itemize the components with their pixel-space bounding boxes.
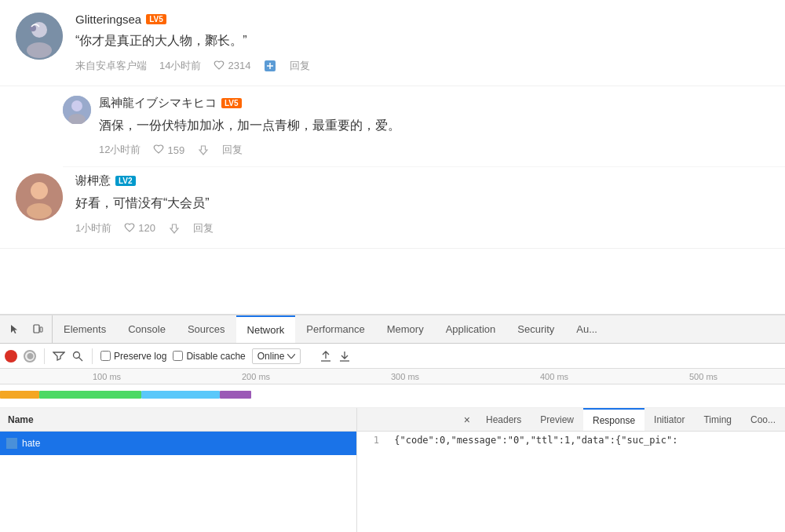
detail-tab-headers[interactable]: Headers <box>476 408 531 431</box>
like-icon-sub <box>153 144 164 155</box>
waterfall-bar-blue <box>141 391 220 399</box>
comment-2-dislike[interactable] <box>168 222 181 235</box>
detail-tab-response[interactable]: Response <box>583 408 644 431</box>
file-icon <box>6 438 17 449</box>
preserve-log-checkbox[interactable] <box>100 351 111 361</box>
like-icon-2 <box>124 223 135 234</box>
lv-badge-2: LV2 <box>115 176 136 186</box>
network-toolbar: ⬤ Preserve log Disable cache Online <box>0 344 785 369</box>
sub-comment-1-meta: 12小时前 159 回复 <box>99 143 769 157</box>
tab-audits[interactable]: Au... <box>565 315 608 343</box>
close-detail-button[interactable]: × <box>458 408 476 431</box>
dislike-icon-sub <box>197 144 210 156</box>
comment-2-username: 谢柙意 LV2 <box>75 173 769 188</box>
avatar-1 <box>16 13 63 60</box>
svg-rect-11 <box>34 325 39 333</box>
comment-1-meta: 来自安卓客户端 14小时前 2314 回复 <box>75 59 769 73</box>
content-area: Glitteringsea LV5 “你才是真正的大人物，鄹长。” 来自安卓客户… <box>0 0 785 314</box>
disable-cache-checkbox[interactable] <box>173 351 183 361</box>
svg-point-6 <box>71 100 82 111</box>
lv-badge-1: LV5 <box>146 14 166 24</box>
waterfall-area <box>0 384 785 408</box>
devtools-panel: Elements Console Sources Network Perform… <box>0 314 785 532</box>
stop-button[interactable]: ⬤ <box>24 350 36 363</box>
svg-point-3 <box>30 25 36 31</box>
dislike-icon-2 <box>168 222 181 235</box>
dislike-icon <box>263 59 277 73</box>
svg-point-9 <box>31 182 48 199</box>
svg-point-13 <box>74 352 80 358</box>
record-button[interactable] <box>5 350 17 363</box>
online-select[interactable]: Online <box>252 348 301 364</box>
comment-1-content: Glitteringsea LV5 “你才是真正的大人物，鄹长。” 来自安卓客户… <box>75 13 769 73</box>
tab-application[interactable]: Application <box>435 315 507 343</box>
comment-2-content: 谢柙意 LV2 好看，可惜没有“大会员” 1小时前 120 回复 <box>75 173 769 235</box>
detail-tabs: × Headers Preview Response Initiator Tim… <box>357 408 785 432</box>
tab-network[interactable]: Network <box>236 315 296 343</box>
sub-comment-1: 風神龍イブシマキヒコ LV5 酒保，一份伏特加加冰，加一点青柳，最重要的，爱。 … <box>63 86 785 168</box>
ruler-300ms: 300 ms <box>391 372 419 381</box>
sub-comment-1-username: 風神龍イブシマキヒコ LV5 <box>99 96 769 111</box>
comment-1-text: “你才是真正的大人物，鄹长。” <box>75 31 769 51</box>
line-number: 1 <box>363 435 379 446</box>
sub-comment-1-time: 12小时前 <box>99 143 141 157</box>
comment-1-username: Glitteringsea LV5 <box>75 13 769 26</box>
detail-tab-preview[interactable]: Preview <box>531 408 583 431</box>
comment-2: 谢柙意 LV2 好看，可惜没有“大会员” 1小时前 120 回复 <box>0 167 785 249</box>
ruler-100ms: 100 ms <box>93 372 121 381</box>
toolbar-icons <box>0 315 53 343</box>
response-code: {"code":0,"message":"0","ttl":1,"data":{… <box>394 435 677 446</box>
bottom-panel: Name hate × Headers Preview Response <box>0 408 785 532</box>
detail-panel: × Headers Preview Response Initiator Tim… <box>357 408 785 532</box>
name-column-header: Name <box>0 408 356 432</box>
detail-tab-cookies[interactable]: Coo... <box>741 408 785 431</box>
comment-1-source: 来自安卓客户端 <box>75 59 147 73</box>
tab-console[interactable]: Console <box>117 315 177 343</box>
comment-1: Glitteringsea LV5 “你才是真正的大人物，鄹长。” 来自安卓客户… <box>0 0 785 86</box>
tab-performance[interactable]: Performance <box>295 315 375 343</box>
download-icon[interactable] <box>338 350 351 363</box>
comment-1-like[interactable]: 2314 <box>214 60 250 71</box>
cursor-icon[interactable] <box>3 319 25 341</box>
tab-elements[interactable]: Elements <box>53 315 117 343</box>
name-panel: Name hate <box>0 408 357 532</box>
detail-tab-timing[interactable]: Timing <box>694 408 741 431</box>
like-icon <box>214 60 225 71</box>
waterfall-bar-orange <box>0 391 39 399</box>
timeline-area: 100 ms 200 ms 300 ms 400 ms 500 ms <box>0 369 785 408</box>
lv-badge-sub1: LV5 <box>221 98 242 108</box>
file-row-hate[interactable]: hate <box>0 432 356 455</box>
upload-icon[interactable] <box>319 350 332 363</box>
waterfall-bar-green <box>39 391 141 399</box>
detail-tab-initiator[interactable]: Initiator <box>644 408 694 431</box>
svg-rect-12 <box>40 327 42 332</box>
ruler-500ms: 500 ms <box>689 372 717 381</box>
response-content: 1 {"code":0,"message":"0","ttl":1,"data"… <box>357 432 785 532</box>
comment-1-dislike[interactable] <box>263 59 277 73</box>
sub-comment-1-dislike[interactable] <box>197 144 210 156</box>
divider-1 <box>44 348 45 364</box>
comment-2-text: 好看，可惜没有“大会员” <box>75 193 769 213</box>
disable-cache-label[interactable]: Disable cache <box>173 351 245 362</box>
waterfall-bar-purple <box>220 391 251 399</box>
ruler-200ms: 200 ms <box>242 372 270 381</box>
preserve-log-label[interactable]: Preserve log <box>100 351 166 362</box>
chevron-down-icon <box>287 354 295 359</box>
devtools-tabs: Elements Console Sources Network Perform… <box>0 315 785 344</box>
device-icon[interactable] <box>27 319 49 341</box>
sub-comment-1-content: 風神龍イブシマキヒコ LV5 酒保，一份伏特加加冰，加一点青柳，最重要的，爱。 … <box>99 96 769 158</box>
tab-memory[interactable]: Memory <box>376 315 435 343</box>
filter-icon[interactable] <box>53 350 65 363</box>
comment-2-meta: 1小时前 120 回复 <box>75 221 769 235</box>
sub-avatar-1 <box>63 96 91 124</box>
search-icon[interactable] <box>71 350 84 363</box>
comment-2-reply[interactable]: 回复 <box>193 221 214 235</box>
comment-1-time: 14小时前 <box>159 59 201 73</box>
tab-security[interactable]: Security <box>506 315 565 343</box>
avatar-2 <box>16 173 63 220</box>
sub-comment-1-reply[interactable]: 回复 <box>222 143 243 157</box>
comment-2-like[interactable]: 120 <box>124 222 155 234</box>
sub-comment-1-like[interactable]: 159 <box>153 144 184 156</box>
comment-1-reply[interactable]: 回复 <box>290 59 310 73</box>
tab-sources[interactable]: Sources <box>177 315 236 343</box>
